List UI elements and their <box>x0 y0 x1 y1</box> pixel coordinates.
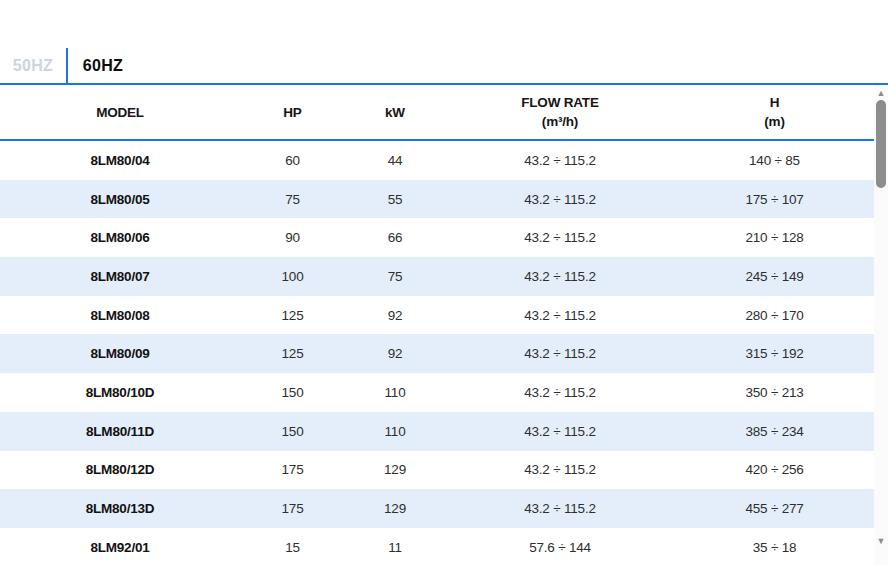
cell-h: 350 ÷ 213 <box>675 373 874 412</box>
table-row: 8LM80/081259243.2 ÷ 115.2280 ÷ 170 <box>0 296 874 335</box>
column-header-flow-rate: FLOW RATE (m³/h) <box>445 85 675 139</box>
cell-hp: 60 <box>240 141 345 180</box>
cell-flow: 43.2 ÷ 115.2 <box>445 373 675 412</box>
cell-model: 8LM80/12D <box>0 451 240 490</box>
cell-h: 385 ÷ 234 <box>675 412 874 451</box>
cell-h: 315 ÷ 192 <box>675 334 874 373</box>
tab-50hz[interactable]: 50HZ <box>0 48 66 84</box>
cell-hp: 15 <box>240 528 345 565</box>
cell-kw: 66 <box>345 218 445 257</box>
cell-hp: 125 <box>240 296 345 335</box>
column-header-unit: (m³/h) <box>542 112 578 131</box>
cell-model: 8LM80/07 <box>0 257 240 296</box>
table-row: 8LM92/01151157.6 ÷ 14435 ÷ 18 <box>0 528 874 565</box>
cell-h: 140 ÷ 85 <box>675 141 874 180</box>
cell-flow: 43.2 ÷ 115.2 <box>445 451 675 490</box>
table-row: 8LM80/04604443.2 ÷ 115.2140 ÷ 85 <box>0 141 874 180</box>
column-header-model: MODEL <box>0 85 240 139</box>
table-row: 8LM80/11D15011043.2 ÷ 115.2385 ÷ 234 <box>0 412 874 451</box>
table-row: 8LM80/12D17512943.2 ÷ 115.2420 ÷ 256 <box>0 451 874 490</box>
cell-kw: 44 <box>345 141 445 180</box>
table-row: 8LM80/05755543.2 ÷ 115.2175 ÷ 107 <box>0 180 874 219</box>
cell-kw: 92 <box>345 296 445 335</box>
scrollbar-thumb[interactable] <box>876 100 886 188</box>
cell-flow: 43.2 ÷ 115.2 <box>445 412 675 451</box>
cell-hp: 100 <box>240 257 345 296</box>
column-header-label: FLOW RATE <box>521 93 598 112</box>
column-header-label: kW <box>385 103 405 122</box>
column-header-label: H <box>770 93 780 112</box>
cell-kw: 129 <box>345 451 445 490</box>
table-row: 8LM80/13D17512943.2 ÷ 115.2455 ÷ 277 <box>0 489 874 528</box>
column-header-unit: (m) <box>764 112 784 131</box>
cell-hp: 90 <box>240 218 345 257</box>
cell-kw: 55 <box>345 180 445 219</box>
cell-flow: 43.2 ÷ 115.2 <box>445 296 675 335</box>
cell-model: 8LM92/01 <box>0 528 240 565</box>
column-header-hp: HP <box>240 85 345 139</box>
pump-spec-table: MODEL HP kW FLOW RATE (m³/h) H (m) 8LM80… <box>0 85 874 565</box>
cell-model: 8LM80/04 <box>0 141 240 180</box>
cell-kw: 110 <box>345 373 445 412</box>
cell-model: 8LM80/05 <box>0 180 240 219</box>
frequency-data-page: 50HZ 60HZ MODEL HP kW FLOW RATE (m³/h) <box>0 0 888 565</box>
cell-model: 8LM80/06 <box>0 218 240 257</box>
cell-kw: 110 <box>345 412 445 451</box>
cell-flow: 43.2 ÷ 115.2 <box>445 141 675 180</box>
cell-flow: 43.2 ÷ 115.2 <box>445 218 675 257</box>
column-header-head: H (m) <box>675 85 874 139</box>
cell-h: 35 ÷ 18 <box>675 528 874 565</box>
cell-kw: 11 <box>345 528 445 565</box>
cell-hp: 150 <box>240 412 345 451</box>
column-header-label: MODEL <box>96 103 144 122</box>
column-header-label: HP <box>283 103 301 122</box>
cell-model: 8LM80/10D <box>0 373 240 412</box>
cell-h: 420 ÷ 256 <box>675 451 874 490</box>
cell-flow: 43.2 ÷ 115.2 <box>445 180 675 219</box>
table-header-row: MODEL HP kW FLOW RATE (m³/h) H (m) <box>0 85 874 139</box>
scrollbar[interactable]: ▲ ▼ <box>874 85 888 565</box>
cell-h: 245 ÷ 149 <box>675 257 874 296</box>
cell-hp: 175 <box>240 489 345 528</box>
cell-hp: 150 <box>240 373 345 412</box>
cell-h: 280 ÷ 170 <box>675 296 874 335</box>
cell-model: 8LM80/08 <box>0 296 240 335</box>
cell-flow: 57.6 ÷ 144 <box>445 528 675 565</box>
table-row: 8LM80/06906643.2 ÷ 115.2210 ÷ 128 <box>0 218 874 257</box>
tab-60hz[interactable]: 60HZ <box>68 48 138 84</box>
cell-flow: 43.2 ÷ 115.2 <box>445 334 675 373</box>
cell-model: 8LM80/09 <box>0 334 240 373</box>
cell-kw: 129 <box>345 489 445 528</box>
scroll-down-arrow-icon[interactable]: ▼ <box>874 535 888 547</box>
table-row: 8LM80/091259243.2 ÷ 115.2315 ÷ 192 <box>0 334 874 373</box>
cell-hp: 175 <box>240 451 345 490</box>
cell-hp: 125 <box>240 334 345 373</box>
table-row: 8LM80/10D15011043.2 ÷ 115.2350 ÷ 213 <box>0 373 874 412</box>
cell-h: 210 ÷ 128 <box>675 218 874 257</box>
cell-hp: 75 <box>240 180 345 219</box>
cell-h: 175 ÷ 107 <box>675 180 874 219</box>
table-body: 8LM80/04604443.2 ÷ 115.2140 ÷ 858LM80/05… <box>0 141 874 565</box>
cell-flow: 43.2 ÷ 115.2 <box>445 489 675 528</box>
cell-model: 8LM80/11D <box>0 412 240 451</box>
scroll-up-arrow-icon[interactable]: ▲ <box>874 87 888 99</box>
cell-h: 455 ÷ 277 <box>675 489 874 528</box>
cell-kw: 75 <box>345 257 445 296</box>
cell-kw: 92 <box>345 334 445 373</box>
frequency-tabs: 50HZ 60HZ <box>0 48 138 84</box>
table-row: 8LM80/071007543.2 ÷ 115.2245 ÷ 149 <box>0 257 874 296</box>
cell-flow: 43.2 ÷ 115.2 <box>445 257 675 296</box>
column-header-kw: kW <box>345 85 445 139</box>
cell-model: 8LM80/13D <box>0 489 240 528</box>
